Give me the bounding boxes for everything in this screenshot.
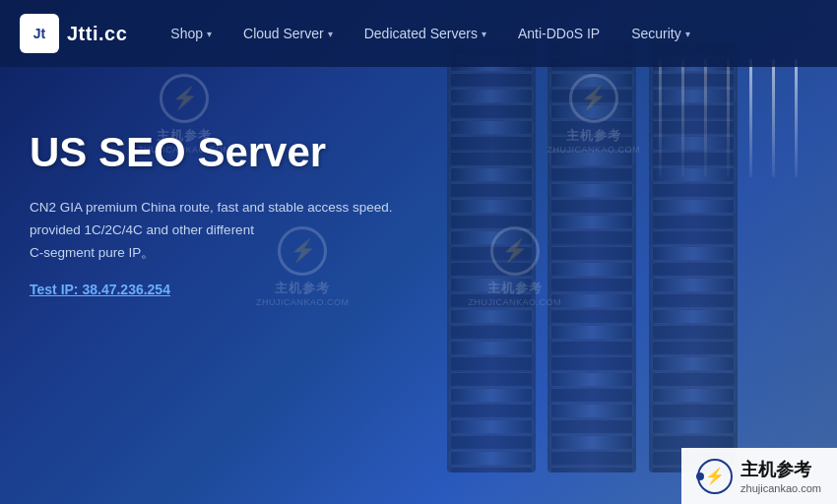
nav-item-security[interactable]: Security ▾ bbox=[617, 18, 704, 49]
nav-menu: Shop ▾ Cloud Server ▾ Dedicated Servers … bbox=[157, 18, 817, 49]
logo-text: Jtti.cc bbox=[67, 23, 127, 45]
logo-icon: Jt bbox=[20, 14, 59, 53]
badge-en-text: zhujicankao.com bbox=[740, 482, 821, 494]
chevron-down-icon: ▾ bbox=[685, 29, 690, 39]
chevron-down-icon: ▾ bbox=[328, 29, 333, 39]
badge-icon: ⚡ bbox=[697, 459, 733, 494]
nav-item-shop[interactable]: Shop ▾ bbox=[157, 18, 225, 49]
badge-text-area: 主机参考 zhujicankao.com bbox=[740, 458, 821, 494]
nav-item-cloud-server[interactable]: Cloud Server ▾ bbox=[229, 18, 347, 49]
bottom-badge: ⚡ 主机参考 zhujicankao.com bbox=[681, 448, 837, 504]
badge-cn-text: 主机参考 bbox=[740, 458, 821, 481]
logo[interactable]: Jt Jtti.cc bbox=[20, 14, 127, 53]
nav-item-dedicated-servers[interactable]: Dedicated Servers ▾ bbox=[351, 18, 500, 49]
navbar: Jt Jtti.cc Shop ▾ Cloud Server ▾ Dedicat… bbox=[0, 0, 837, 67]
nav-item-anti-ddos[interactable]: Anti-DDoS IP bbox=[504, 18, 613, 49]
hero-content: US SEO Server CN2 GIA premium China rout… bbox=[30, 128, 423, 298]
chevron-down-icon: ▾ bbox=[207, 29, 212, 39]
hero-title: US SEO Server bbox=[30, 128, 423, 177]
test-ip-link[interactable]: Test IP: 38.47.236.254 bbox=[30, 282, 170, 297]
server-rack-image bbox=[423, 0, 837, 504]
hero-description: CN2 GIA premium China route, fast and st… bbox=[30, 197, 423, 265]
chevron-down-icon: ▾ bbox=[482, 29, 486, 39]
